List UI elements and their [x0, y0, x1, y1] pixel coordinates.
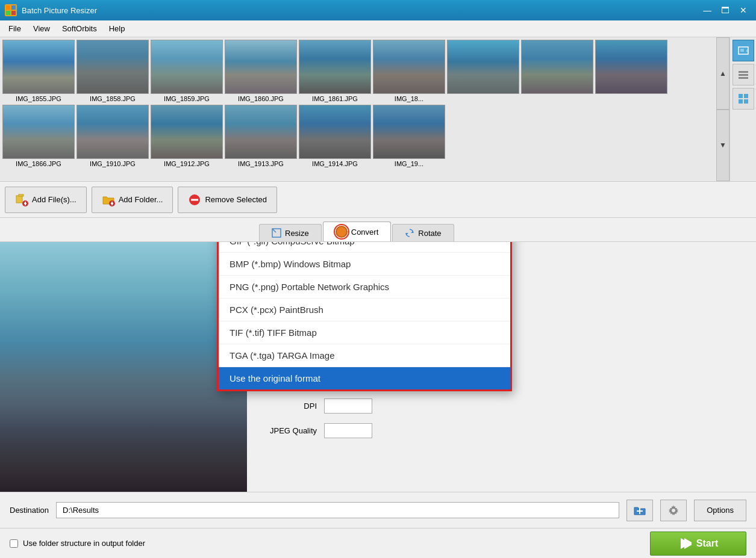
big-format-option-png[interactable]: PNG (*.png) Portable Network Graphics	[219, 276, 510, 299]
sidebar-list-view-btn[interactable]	[733, 64, 754, 85]
thumb-img7[interactable]	[447, 40, 519, 102]
big-format-option-original[interactable]: Use the original format	[219, 367, 510, 389]
strip-scroll-down[interactable]: ▼	[716, 110, 729, 182]
add-files-icon	[15, 193, 28, 206]
thumb-img8[interactable]	[521, 40, 593, 102]
remove-selected-button[interactable]: Remove Selected	[178, 187, 277, 213]
svg-rect-1	[11, 5, 16, 10]
svg-point-31	[672, 509, 675, 512]
thumb-img1912[interactable]: IMG_1912.JPG	[151, 105, 223, 167]
tabs-area: Resize Convert Rotate	[0, 218, 756, 242]
thumb-img1914[interactable]: IMG_1914.JPG	[299, 105, 371, 167]
menu-view[interactable]: View	[27, 22, 56, 36]
tab-resize-label: Resize	[285, 229, 309, 238]
svg-rect-23	[191, 199, 198, 200]
image-row-1: IMG_1855.JPG IMG_1858.JPG IMG_1859.JPG I…	[0, 37, 729, 104]
thumb-img1910[interactable]: IMG_1910.JPG	[77, 105, 149, 167]
thumb-img9[interactable]	[595, 40, 667, 102]
menu-help[interactable]: Help	[103, 22, 131, 36]
title-bar-left: Batch Picture Resizer	[5, 4, 97, 16]
big-format-option-bmp[interactable]: BMP (*.bmp) Windows Bitmap	[219, 253, 510, 276]
convert-icon-wrapper	[336, 226, 348, 238]
toolbar: Add File(s)... Add Folder... Remove Se	[0, 182, 756, 218]
menu-softorbits[interactable]: SoftOrbits	[56, 22, 103, 36]
svg-rect-18	[25, 202, 26, 205]
tab-rotate[interactable]: Rotate	[392, 224, 454, 241]
jpeg-quality-label: JPEG Quality	[257, 426, 317, 435]
remove-selected-icon	[188, 193, 201, 206]
close-button[interactable]: ✕	[736, 2, 751, 18]
right-sidebar	[729, 37, 756, 181]
sidebar-grid-view-btn[interactable]	[733, 88, 754, 110]
main-content: IMG_1855.JPG IMG_1858.JPG IMG_1859.JPG I…	[0, 37, 756, 558]
svg-rect-5	[740, 49, 744, 52]
thumb-img1861[interactable]: IMG_1861.JPG	[299, 40, 371, 102]
preview-panel	[0, 242, 247, 492]
start-arrow-icon	[678, 537, 692, 550]
thumb-img1915[interactable]: IMG_19...	[373, 105, 445, 167]
dpi-input[interactable]	[324, 398, 372, 414]
maximize-button[interactable]: 🗖	[717, 2, 733, 18]
svg-rect-15	[19, 194, 23, 196]
app-title: Batch Picture Resizer	[22, 6, 97, 15]
tab-resize[interactable]: Resize	[259, 224, 322, 241]
thumb-img1855[interactable]: IMG_1855.JPG	[2, 40, 75, 102]
big-format-option-pcx[interactable]: PCX (*.pcx) PaintBrush	[219, 299, 510, 321]
sidebar-photo-view-btn[interactable]	[733, 40, 754, 61]
thumb-img1862[interactable]: IMG_18...	[373, 40, 445, 102]
svg-marker-26	[411, 231, 413, 233]
destination-label: Destination	[10, 506, 49, 515]
big-format-option-tga[interactable]: TGA (*.tga) TARGA Image	[219, 344, 510, 367]
add-files-button[interactable]: Add File(s)...	[5, 187, 87, 213]
svg-marker-33	[684, 538, 692, 549]
thumb-img1860[interactable]: IMG_1860.JPG	[225, 40, 297, 102]
svg-rect-13	[744, 99, 748, 104]
strip-scroll-up[interactable]: ▲	[716, 37, 729, 110]
thumb-img1913[interactable]: IMG_1913.JPG	[225, 105, 297, 167]
svg-rect-14	[16, 196, 22, 203]
options-button[interactable]: Options	[694, 500, 746, 521]
jpeg-quality-row: JPEG Quality	[257, 423, 746, 438]
folder-structure-checkbox[interactable]	[10, 539, 18, 548]
svg-line-25	[272, 229, 276, 232]
svg-rect-12	[739, 99, 743, 104]
thumb-img1859[interactable]: IMG_1859.JPG	[151, 40, 223, 102]
dpi-row: DPI	[257, 398, 746, 414]
menu-file[interactable]: File	[2, 22, 27, 36]
big-format-option-gif[interactable]: GIF (*.gif) CompuServe Bitmap	[219, 242, 510, 253]
destination-browse-button[interactable]	[626, 500, 653, 521]
image-strip-container: IMG_1855.JPG IMG_1858.JPG IMG_1859.JPG I…	[0, 37, 756, 182]
content-area: Format Use the original format ▼ JPG (*.…	[0, 242, 756, 492]
svg-rect-29	[639, 508, 640, 514]
tab-convert-label: Convert	[351, 228, 379, 237]
settings-button[interactable]	[660, 500, 687, 521]
footer-left: Use folder structure in output folder	[10, 539, 145, 548]
svg-marker-27	[406, 233, 408, 235]
add-folder-button[interactable]: Add Folder...	[92, 187, 173, 213]
start-button[interactable]: Start	[650, 532, 746, 556]
minimize-button[interactable]: —	[699, 2, 715, 18]
svg-rect-9	[739, 77, 748, 79]
svg-rect-21	[111, 202, 113, 205]
svg-rect-11	[744, 94, 748, 98]
remove-selected-label: Remove Selected	[205, 195, 267, 204]
dpi-label: DPI	[257, 401, 317, 411]
thumb-img1866[interactable]: IMG_1866.JPG	[2, 105, 75, 167]
thumb-img1858[interactable]: IMG_1858.JPG	[77, 40, 149, 102]
tab-convert[interactable]: Convert	[323, 222, 392, 241]
add-files-label: Add File(s)...	[32, 195, 77, 204]
footer-bar: Use folder structure in output folder St…	[0, 528, 756, 558]
folder-structure-label: Use folder structure in output folder	[23, 539, 145, 548]
title-bar: Batch Picture Resizer — 🗖 ✕	[0, 0, 756, 20]
jpeg-quality-input[interactable]	[324, 423, 372, 438]
add-folder-icon	[102, 193, 115, 206]
add-folder-label: Add Folder...	[119, 195, 163, 204]
gear-icon	[667, 504, 679, 516]
big-dropdown-list: JPG (*.jpg) JPEG Bitmap GIF (*.gif) Comp…	[219, 242, 510, 389]
svg-rect-7	[739, 71, 748, 73]
big-format-dropdown: Use the original format ▼ JPG (*.jpg) JP…	[217, 242, 512, 391]
svg-rect-3	[11, 11, 16, 15]
destination-input[interactable]	[56, 502, 619, 518]
svg-rect-10	[739, 94, 743, 98]
big-format-option-tif[interactable]: TIF (*.tif) TIFF Bitmap	[219, 321, 510, 344]
